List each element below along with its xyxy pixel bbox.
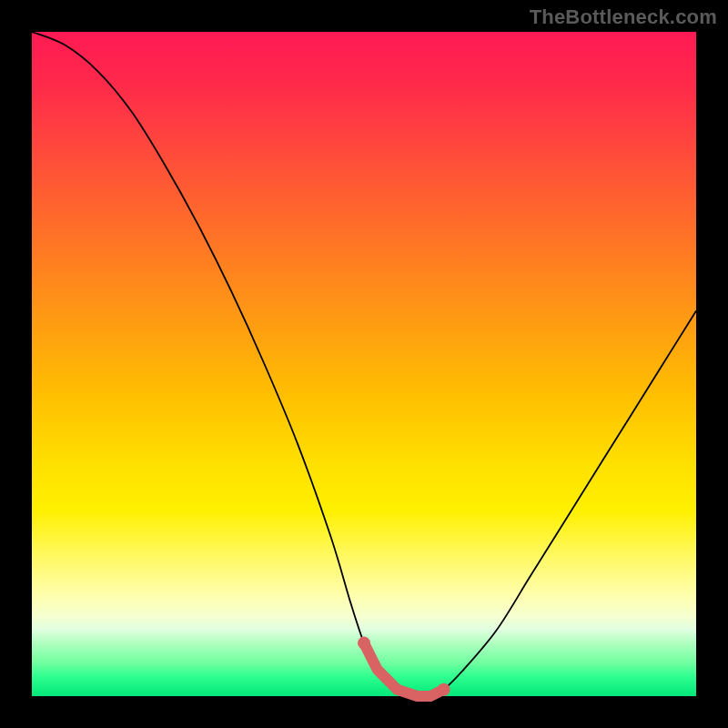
highlight-segment [364, 643, 444, 696]
watermark-text: TheBottleneck.com [530, 5, 717, 29]
highlight-dot-end [438, 683, 450, 696]
chart-container: TheBottleneck.com [0, 0, 728, 728]
plot-area [32, 32, 696, 696]
highlight-dot-start [358, 637, 370, 650]
bottleneck-curve [32, 32, 696, 697]
curve-svg [32, 32, 696, 696]
